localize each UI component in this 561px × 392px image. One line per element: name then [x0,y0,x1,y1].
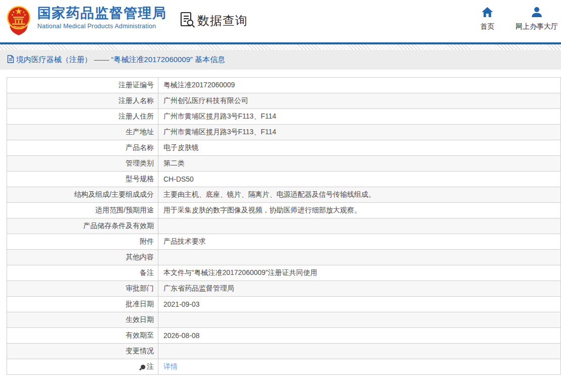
row-value [158,312,561,328]
table-row: 生效日期 [7,312,561,328]
document-icon [7,55,14,65]
site-title-block: 国家药品监督管理局 National Medical Products Admi… [37,6,167,30]
table-row: 注详情 [7,359,561,375]
nav-hall-label: 网上办事大厅 [516,22,558,31]
spacer [0,70,561,77]
info-table-body: 注册证编号粤械注准20172060009注册人名称广州创弘医疗科技有限公司注册人… [7,78,561,375]
table-row: 管理类别第二类 [7,156,561,172]
row-label: 注 [7,359,158,375]
person-icon [531,7,543,20]
row-value [158,250,561,265]
row-value: 本文件与“粤械注准20172060009”注册证共同使用 [158,265,561,281]
page: 国家药品监督管理局 National Medical Products Admi… [0,0,561,392]
row-label: 产品名称 [7,140,158,156]
row-label: 注册人住所 [7,109,158,125]
nav-home-label: 首页 [480,22,494,31]
row-label: 注册证编号 [7,78,158,93]
note-icon [141,365,145,369]
table-row: 有效期至2026-08-08 [7,328,561,344]
row-label: 结构及组成/主要组成成分 [7,187,158,203]
table-row: 批准日期2021-09-03 [7,297,561,312]
row-value: 2026-08-08 [158,328,561,344]
data-query-icon [180,11,196,30]
row-label: 有效期至 [7,328,158,344]
row-value: 广州市黄埔区揽月路3号F113、F114 [158,125,561,140]
row-label: 生产地址 [7,125,158,140]
site-subtitle: National Medical Products Administration [37,23,167,30]
table-row: 产品储存条件及有效期 [7,218,561,234]
detail-link[interactable]: 详情 [163,362,178,370]
breadcrumb: 境内医疗器械（注册） —— “粤械注准20172060009” 基本信息 [16,55,225,65]
data-query-section[interactable]: 数据查询 [180,11,248,30]
row-label: 批准日期 [7,297,158,312]
row-label: 备注 [7,265,158,281]
row-value: 产品技术要求 [158,234,561,250]
row-value: 2021-09-03 [158,297,561,312]
row-value: 详情 [158,359,561,375]
site-title: 国家药品监督管理局 [37,6,167,21]
table-row: 适用范围/预期用途用于采集皮肤的数字图像及视频，协助医师进行细部放大观察。 [7,203,561,218]
table-row: 审批部门广东省药品监督管理局 [7,281,561,297]
row-label: 管理类别 [7,156,158,172]
row-value: 广州市黄埔区揽月路3号F113、F114 [158,109,561,125]
row-label: 适用范围/预期用途 [7,203,158,218]
registration-info-table: 注册证编号粤械注准20172060009注册人名称广州创弘医疗科技有限公司注册人… [7,77,561,375]
row-label: 其他内容 [7,250,158,265]
hatch-pattern-band [0,44,561,50]
table-row: 注册人住所广州市黄埔区揽月路3号F113、F114 [7,109,561,125]
row-value: 主要由主机、底座、镜片、隔离片、电源适配器及信号传输线组成。 [158,187,561,203]
row-value: 广州创弘医疗科技有限公司 [158,93,561,109]
table-row: 备注本文件与“粤械注准20172060009”注册证共同使用 [7,265,561,281]
table-row: 产品名称电子皮肤镜 [7,140,561,156]
row-value: 广东省药品监督管理局 [158,281,561,297]
row-value: 粤械注准20172060009 [158,78,561,93]
row-label: 审批部门 [7,281,158,297]
row-value: 第二类 [158,156,561,172]
row-label: 变更情况 [7,344,158,359]
site-header: 国家药品监督管理局 National Medical Products Admi… [0,0,561,42]
table-row: 结构及组成/主要组成成分主要由主机、底座、镜片、隔离片、电源适配器及信号传输线组… [7,187,561,203]
row-label: 附件 [7,234,158,250]
national-emblem-logo [7,4,31,36]
table-row: 附件产品技术要求 [7,234,561,250]
row-value: 用于采集皮肤的数字图像及视频，协助医师进行细部放大观察。 [158,203,561,218]
table-row: 注册证编号粤械注准20172060009 [7,78,561,93]
table-row: 变更情况 [7,344,561,359]
row-label: 生效日期 [7,312,158,328]
row-label: 注册人名称 [7,93,158,109]
breadcrumb-band: 境内医疗器械（注册） —— “粤械注准20172060009” 基本信息 [0,50,561,70]
row-value: 电子皮肤镜 [158,140,561,156]
table-row: 注册人名称广州创弘医疗科技有限公司 [7,93,561,109]
top-nav: 首页 网上办事大厅 [480,7,558,31]
row-value: CH-DS50 [158,172,561,187]
table-row: 其他内容 [7,250,561,265]
data-query-label: 数据查询 [197,13,248,29]
table-row: 型号规格CH-DS50 [7,172,561,187]
row-label: 型号规格 [7,172,158,187]
home-icon [481,7,493,20]
nav-item-service-hall[interactable]: 网上办事大厅 [516,7,558,31]
row-value [158,344,561,359]
nav-item-home[interactable]: 首页 [480,7,494,31]
table-row: 生产地址广州市黄埔区揽月路3号F113、F114 [7,125,561,140]
row-label: 产品储存条件及有效期 [7,218,158,234]
row-value [158,218,561,234]
